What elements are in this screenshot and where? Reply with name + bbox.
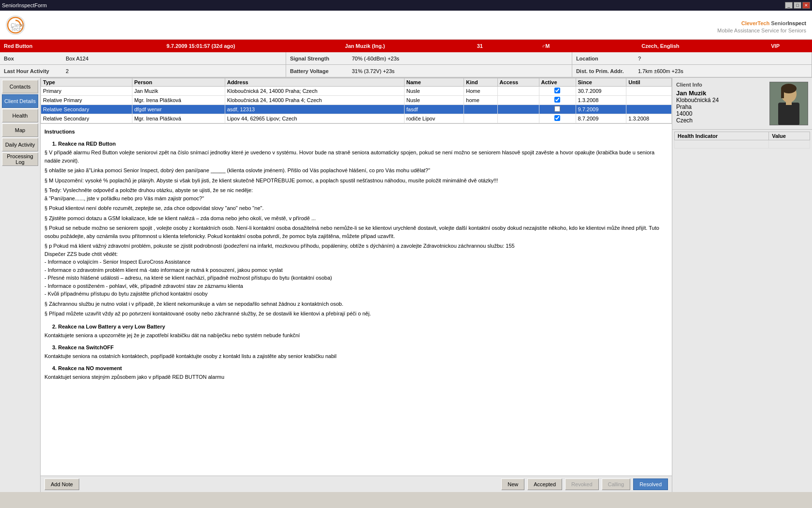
col-until: Until [626,78,672,87]
calling-button[interactable]: Calling [602,478,631,490]
cell-active[interactable] [539,87,576,96]
sidebar-item-client-details[interactable]: Client Details [2,94,38,108]
table-row[interactable]: Relative Secondary Mgr. Irena Plášková L… [41,114,672,123]
section-4-heading: 4. Reakce na NO movement [52,364,668,373]
cell-kind: home [464,96,497,105]
sidebar-item-map[interactable]: Map [2,123,38,137]
sidebar-item-contacts[interactable]: Contacts [2,80,38,93]
cell-active[interactable] [539,105,576,114]
cell-person: dfgdf werwr [132,105,225,114]
section-1-p1: § V případě alarmu Red Button volejte se… [44,149,668,164]
bottom-action-bar: Add Note New Accepted Revoked Calling Re… [41,476,672,492]
add-note-button[interactable]: Add Note [44,478,79,490]
minimize-button[interactable]: _ [785,2,793,9]
active-checkbox[interactable] [554,115,560,121]
alert-age: 31 [447,43,513,49]
health-table: Health Indicator Value [674,132,810,149]
cell-until [626,105,672,114]
table-row-selected[interactable]: Relative Secondary dfgdf werwr asdf, 123… [41,105,672,114]
alert-bar: Red Button 9.7.2009 15:01:57 (32d ago) J… [0,40,812,52]
col-type: Type [41,78,132,87]
client-photo-placeholder [769,82,808,125]
cell-name: fasdf [404,105,464,114]
main-content: Contacts Client Details Health Map Daily… [0,78,812,492]
signal-value: 70% (-60dBm) +23s [352,56,399,61]
col-since: Since [576,78,626,87]
activity-value: 2 [66,68,69,74]
sidebar-item-daily-activity[interactable]: Daily Activity [2,138,38,151]
section-1-p6: § Zjistěte pomoci dotazu a GSM lokalizac… [44,214,668,223]
cell-since: 1.3.2008 [576,96,626,105]
cell-name: rodiče Lipov [404,114,464,123]
cell-active[interactable] [539,96,576,105]
cell-person: Jan Muzik [132,87,225,96]
health-row-empty [675,140,810,149]
cell-since: 8.7.2009 [576,114,626,123]
close-button[interactable]: ✕ [802,2,810,9]
cell-access [497,114,539,123]
cell-access [497,105,539,114]
section-2-heading: 2. Reakce na Low Battery a very Low Batt… [52,323,668,331]
client-zip: 14000 [676,110,766,117]
cell-type: Relative Secondary [41,114,132,123]
logo-area: Clever Tech [6,15,25,35]
col-name: Name [404,78,464,87]
alert-type: Red Button [4,43,119,49]
brand-tagline: Mobile Assistance Service for Seniors [717,28,806,33]
dist-label: Dist. to Prim. Addr. [576,68,634,74]
client-city: Praha [676,104,766,110]
cell-kind: Home [464,87,497,96]
cell-active[interactable] [539,114,576,123]
svg-rect-9 [778,103,799,125]
contacts-table: Type Person Address Name Kind Access Act… [41,78,672,123]
info-row-2: Last Hour Activity 2 Battery Voltage 31%… [0,65,812,77]
table-row[interactable]: Relative Primary Mgr. Irena Plášková Klo… [41,96,672,105]
revoked-button[interactable]: Revoked [565,478,598,490]
col-address: Address [225,78,404,87]
activity-cell: Last Hour Activity 2 [0,65,286,77]
window-controls[interactable]: _ □ ✕ [785,2,810,9]
new-button[interactable]: New [501,478,524,490]
health-cell-empty [675,140,769,149]
instructions-heading: Instructions [44,128,668,136]
maximize-button[interactable]: □ [794,2,801,9]
active-checkbox[interactable] [554,106,560,112]
signal-label: Signal Strength [290,56,348,61]
svg-rect-8 [781,89,784,98]
alert-languages: Czech, English [579,43,743,49]
app-header: Clever Tech CleverTech SeniorInspect Mob… [0,11,812,40]
section-1-p2: § ohlašte se jako ã"Linka pomoci Senior … [44,166,668,175]
client-info-label: Client Info [676,82,766,88]
health-table-wrap: Health Indicator Value [672,130,812,492]
col-person: Person [132,78,225,87]
active-checkbox[interactable] [554,97,560,103]
col-access: Access [497,78,539,87]
active-checkbox[interactable] [554,88,560,93]
battery-cell: Battery Voltage 31% (3.72V) +23s [286,65,572,77]
cell-until [626,87,672,96]
logo-icon: Clever Tech [6,15,25,35]
box-label: Box [4,56,62,61]
cell-access [497,87,539,96]
sidebar-item-health[interactable]: Health [2,109,38,122]
brand-senior-inspect: SeniorInspect [769,20,806,26]
location-label: Location [576,56,634,61]
health-col-value: Value [769,132,810,140]
cell-person: Mgr. Irena Plášková [132,114,225,123]
client-country: Czech [676,117,766,124]
section-1-p10: § Případ můžete uzavřít vždy až po potvr… [44,310,668,318]
client-name: Jan Muzik [676,90,766,97]
table-row[interactable]: Primary Jan Muzik Kloboučnická 24, 14000… [41,87,672,96]
brand-text: CleverTech SeniorInspect Mobile Assistan… [717,16,806,33]
client-info-text: Client Info Jan Muzik Kloboučnická 24 Pr… [676,82,766,125]
cell-person: Mgr. Irena Plášková [132,96,225,105]
cell-since: 9.7.2009 [576,105,626,114]
cell-name: Nusle [404,96,464,105]
section-1-p3: § M Upozornění: vysoké % poplachů je plá… [44,177,668,185]
battery-value: 31% (3.72V) +23s [352,68,394,74]
accepted-button[interactable]: Accepted [527,478,562,490]
sidebar-item-processing-log[interactable]: Processing Log [2,152,38,166]
info-grid: Box Box A124 Signal Strength 70% (-60dBm… [0,52,812,78]
resolved-button[interactable]: Resolved [633,478,668,490]
cell-until: 1.3.2008 [626,114,672,123]
